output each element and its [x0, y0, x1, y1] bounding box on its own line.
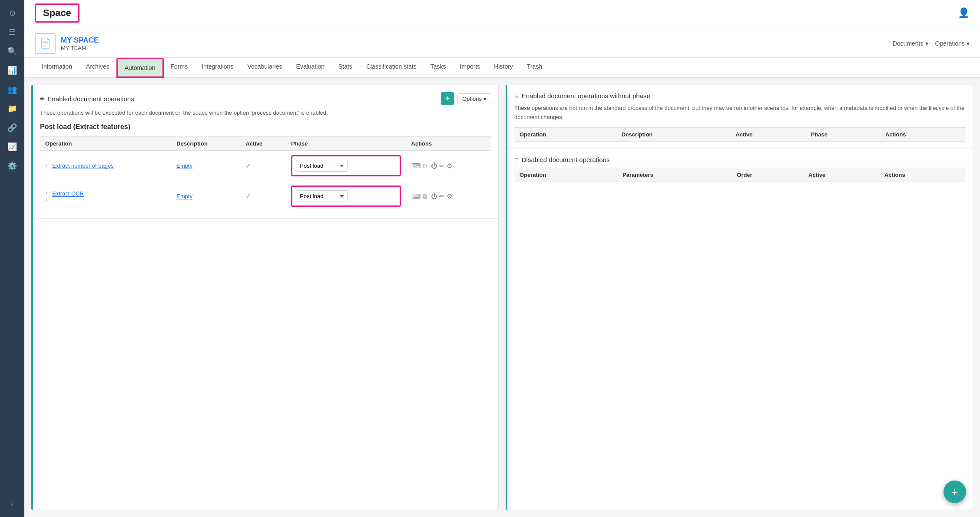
phase-select-2[interactable]: Post load Pre load Post process: [296, 190, 348, 202]
settings-icon[interactable]: ⚙: [447, 162, 452, 170]
tab-classification-stats[interactable]: Classification stats: [359, 58, 424, 77]
topbar-right: 👤: [958, 7, 970, 19]
power-icon[interactable]: ⏻: [431, 162, 437, 169]
phase-cell: Post load Pre load Post process: [286, 151, 406, 181]
sidebar-expand-button[interactable]: ›: [4, 496, 20, 512]
no-phase-table: Operation Description Active Phase Actio…: [514, 127, 966, 142]
sidebar-icon-search[interactable]: 🔍: [4, 43, 20, 59]
space-header: 📄 MY SPACE MY TEAM Documents ▾ Operation…: [24, 26, 980, 58]
operation-cell: ↑ ↓ Extract OCR: [40, 181, 171, 212]
documents-button[interactable]: Documents ▾: [893, 40, 928, 47]
sidebar-icon-users[interactable]: 👥: [4, 82, 20, 97]
dropdown-chevron-icon: ▾: [483, 96, 487, 102]
order-down-icon[interactable]: ↓: [45, 162, 48, 169]
operation-link[interactable]: Extract number of pages: [52, 162, 114, 169]
description-link[interactable]: Empty: [176, 193, 192, 199]
list-icon-disabled: ≡: [514, 156, 518, 163]
tab-tasks[interactable]: Tasks: [424, 58, 453, 77]
description-link[interactable]: Empty: [176, 162, 192, 169]
space-document-icon: 📄: [35, 33, 56, 54]
edit-icon[interactable]: ✏: [439, 162, 445, 170]
col-description: Description: [171, 137, 240, 151]
section-header: ≡ Enabled document operations + Options …: [40, 92, 491, 105]
tab-imports[interactable]: Imports: [453, 58, 487, 77]
col-active: Active: [730, 127, 805, 141]
space-team: MY TEAM: [61, 45, 893, 51]
edit-icon[interactable]: ✏: [439, 192, 445, 200]
keyboard-icon[interactable]: ⌨: [411, 192, 421, 200]
sidebar-icon-integrations[interactable]: 🔗: [4, 120, 20, 136]
col-phase: Phase: [806, 127, 880, 141]
action-icons: ⌨ ⧉ ⏻ ✏ ⚙: [411, 162, 486, 170]
sidebar-icon-home[interactable]: ⊙: [4, 5, 20, 21]
main-content: Space 👤 📄 MY SPACE MY TEAM Documents ▾ O…: [24, 0, 980, 517]
list-icon-right: ≡: [514, 92, 518, 99]
panel-actions: + Options ▾: [441, 92, 491, 105]
fab-add-button[interactable]: +: [944, 481, 966, 503]
disabled-title: ≡ Disabled document operations: [514, 156, 966, 163]
content-area: ≡ Enabled document operations + Options …: [24, 78, 980, 517]
sidebar: ⊙ ☰ 🔍 📊 👥 📁 🔗 📈 ⚙️ ›: [0, 0, 24, 517]
settings-icon[interactable]: ⚙: [447, 192, 452, 200]
actions-cell: ⌨ ⧉ ⏻ ✏ ⚙: [406, 181, 491, 212]
space-title: Space: [35, 3, 79, 23]
sidebar-icon-spaces[interactable]: 📁: [4, 101, 20, 116]
sidebar-icon-stats[interactable]: 📈: [4, 139, 20, 155]
operations-table: Operation Description Active Phase Actio…: [40, 136, 491, 211]
section-title: ≡ Enabled document operations: [40, 95, 134, 103]
tab-archives[interactable]: Archives: [79, 58, 116, 77]
sidebar-icon-menu[interactable]: ☰: [4, 24, 20, 40]
copy-icon[interactable]: ⧉: [423, 162, 427, 170]
operation-link[interactable]: Extract OCR: [52, 190, 84, 197]
tab-vocabularies[interactable]: Vocabularies: [240, 58, 289, 77]
operations-button[interactable]: Operations ▾: [935, 40, 970, 47]
col-active: Active: [240, 137, 286, 151]
order-down-icon[interactable]: ↓: [45, 196, 48, 202]
sidebar-icon-analytics[interactable]: 📊: [4, 63, 20, 78]
user-icon[interactable]: 👤: [958, 7, 970, 19]
no-phase-title: ≡ Enabled document operations without ph…: [514, 92, 966, 99]
order-icons: ↑ ↓: [45, 190, 48, 202]
active-cell: ✓: [240, 151, 286, 181]
col-actions: Actions: [406, 137, 491, 151]
phase-select-1[interactable]: Post load Pre load Post process: [296, 160, 348, 172]
col-operation: Operation: [514, 127, 616, 141]
table-row: ↑ ↓ Extract OCR Empty ✓: [40, 181, 491, 212]
tab-forms[interactable]: Forms: [164, 58, 195, 77]
col-phase: Phase: [286, 137, 406, 151]
space-info: MY SPACE MY TEAM: [61, 36, 893, 51]
tab-evaluation[interactable]: Evaluation: [289, 58, 331, 77]
phase-highlight-box: Post load Pre load Post process: [291, 155, 401, 176]
col-parameters: Parameters: [617, 168, 732, 182]
operation-cell: ↓ Extract number of pages: [40, 151, 171, 181]
active-cell: ✓: [240, 181, 286, 212]
col-operation: Operation: [514, 168, 617, 182]
keyboard-icon[interactable]: ⌨: [411, 162, 421, 170]
col-active: Active: [803, 168, 879, 182]
left-panel: ≡ Enabled document operations + Options …: [31, 85, 499, 510]
order-up-icon[interactable]: ↑: [45, 190, 48, 196]
description-cell: Empty: [171, 151, 240, 181]
active-checkmark: ✓: [245, 162, 251, 169]
right-panel: ≡ Enabled document operations without ph…: [506, 85, 973, 510]
tab-information[interactable]: Information: [35, 58, 79, 77]
space-name[interactable]: MY SPACE: [61, 36, 893, 45]
active-checkmark: ✓: [245, 192, 251, 200]
tab-history[interactable]: History: [487, 58, 520, 77]
tab-automation[interactable]: Automation: [116, 58, 164, 78]
actions-cell: ⌨ ⧉ ⏻ ✏ ⚙: [406, 151, 491, 181]
list-icon: ≡: [40, 95, 44, 103]
tab-stats[interactable]: Stats: [331, 58, 359, 77]
copy-icon[interactable]: ⧉: [423, 192, 427, 200]
sidebar-icon-settings[interactable]: ⚙️: [4, 158, 20, 174]
options-button[interactable]: Options ▾: [457, 93, 491, 104]
disabled-section: ≡ Disabled document operations Operation…: [507, 149, 973, 189]
add-operation-button[interactable]: +: [441, 92, 454, 105]
action-icons: ⌨ ⧉ ⏻ ✏ ⚙: [411, 192, 486, 200]
power-icon[interactable]: ⏻: [431, 192, 437, 200]
section-description: These operations will be executed for ea…: [40, 109, 491, 117]
description-cell: Empty: [171, 181, 240, 212]
tab-integrations[interactable]: Integrations: [195, 58, 240, 77]
tab-trash[interactable]: Trash: [520, 58, 549, 77]
disabled-table: Operation Parameters Order Active Action…: [514, 168, 966, 182]
